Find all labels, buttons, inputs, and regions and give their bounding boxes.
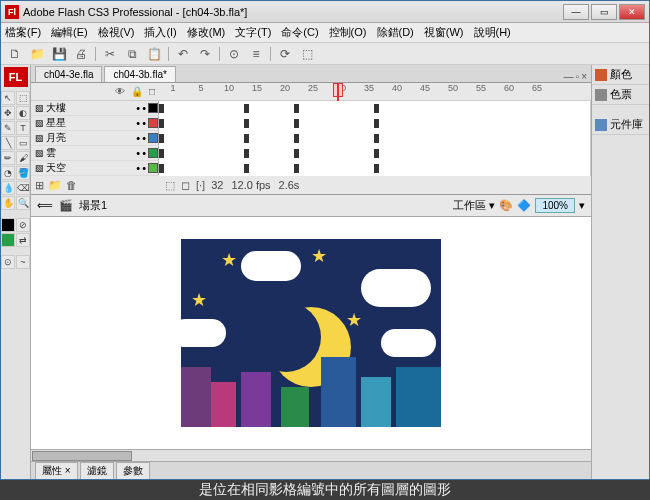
free-transform-icon[interactable]: ✥ xyxy=(1,106,15,120)
layer-visibility-dot[interactable]: • xyxy=(136,147,140,159)
visibility-header-icon[interactable]: 👁 xyxy=(115,86,125,97)
rect-tool-icon[interactable]: ▭ xyxy=(16,136,30,150)
layer-frames[interactable] xyxy=(159,131,591,146)
layer-row[interactable]: ▧大樓•• xyxy=(31,101,591,116)
rotate-icon[interactable]: ⟳ xyxy=(277,46,293,62)
zoom-tool-icon[interactable]: 🔍 xyxy=(16,196,30,210)
snap-option-icon[interactable]: ⊙ xyxy=(1,255,15,269)
brush-tool-icon[interactable]: 🖌 xyxy=(16,151,30,165)
building-shape[interactable] xyxy=(361,377,391,427)
print-icon[interactable]: 🖨 xyxy=(73,46,89,62)
eyedropper-icon[interactable]: 💧 xyxy=(1,181,15,195)
menu-commands[interactable]: 命令(C) xyxy=(281,25,318,40)
redo-icon[interactable]: ↷ xyxy=(197,46,213,62)
layer-visibility-dot[interactable]: • xyxy=(136,117,140,129)
layer-visibility-dot[interactable]: • xyxy=(136,162,140,174)
layer-row[interactable]: ▧天空•• xyxy=(31,161,591,176)
save-icon[interactable]: 💾 xyxy=(51,46,67,62)
pen-tool-icon[interactable]: ✎ xyxy=(1,121,15,135)
lasso-tool-icon[interactable]: ◐ xyxy=(16,106,30,120)
paint-bucket-icon[interactable]: 🪣 xyxy=(16,166,30,180)
stage[interactable]: ★ ★ ★ ★ ★ xyxy=(181,239,441,427)
menu-window[interactable]: 視窗(W) xyxy=(424,25,464,40)
workspace-label[interactable]: 工作區 ▾ xyxy=(453,198,495,213)
cloud-shape[interactable] xyxy=(181,319,226,347)
building-shape[interactable] xyxy=(281,387,309,427)
tab-parameters[interactable]: 參數 xyxy=(116,462,150,479)
layer-frames[interactable] xyxy=(159,161,591,176)
menu-text[interactable]: 文字(T) xyxy=(235,25,271,40)
star-shape[interactable]: ★ xyxy=(191,289,207,311)
menu-debug[interactable]: 除錯(D) xyxy=(377,25,414,40)
layer-frames[interactable] xyxy=(159,146,591,161)
star-shape[interactable]: ★ xyxy=(346,309,362,331)
layer-lock-dot[interactable]: • xyxy=(142,117,146,129)
star-shape[interactable]: ★ xyxy=(221,249,237,271)
open-icon[interactable]: 📁 xyxy=(29,46,45,62)
cloud-shape[interactable] xyxy=(381,329,436,357)
delete-layer-icon[interactable]: 🗑 xyxy=(66,179,77,192)
document-tab-active[interactable]: ch04-3b.fla* xyxy=(104,66,175,82)
copy-icon[interactable]: ⧉ xyxy=(124,46,140,62)
layer-visibility-dot[interactable]: • xyxy=(136,102,140,114)
menu-view[interactable]: 檢視(V) xyxy=(98,25,135,40)
tab-filters[interactable]: 濾鏡 xyxy=(80,462,114,479)
new-folder-icon[interactable]: 📁 xyxy=(48,179,62,192)
menu-insert[interactable]: 插入(I) xyxy=(144,25,176,40)
layer-visibility-dot[interactable]: • xyxy=(136,132,140,144)
horizontal-scrollbar[interactable] xyxy=(31,449,591,461)
swatches-panel-button[interactable]: 色票 xyxy=(592,85,649,105)
menu-edit[interactable]: 編輯(E) xyxy=(51,25,88,40)
layer-color-swatch[interactable] xyxy=(148,118,158,128)
selection-tool-icon[interactable]: ↖ xyxy=(1,91,15,105)
layer-color-swatch[interactable] xyxy=(148,148,158,158)
edit-scene-icon[interactable]: 🎨 xyxy=(499,199,513,212)
onion-skin-icon[interactable]: ⬚ xyxy=(165,179,175,192)
outline-header-icon[interactable]: □ xyxy=(149,86,155,97)
no-color-icon[interactable]: ⊘ xyxy=(16,218,30,232)
building-shape[interactable] xyxy=(396,367,441,427)
ink-bottle-icon[interactable]: ◔ xyxy=(1,166,15,180)
scale-icon[interactable]: ⬚ xyxy=(299,46,315,62)
layer-lock-dot[interactable]: • xyxy=(142,162,146,174)
layer-lock-dot[interactable]: • xyxy=(142,102,146,114)
new-layer-icon[interactable]: ⊞ xyxy=(35,179,44,192)
menu-control[interactable]: 控制(O) xyxy=(329,25,367,40)
menu-modify[interactable]: 修改(M) xyxy=(187,25,226,40)
cloud-shape[interactable] xyxy=(361,269,431,307)
zoom-dropdown[interactable]: 100% xyxy=(535,198,575,213)
lock-header-icon[interactable]: 🔒 xyxy=(131,86,143,97)
stroke-color-swatch[interactable] xyxy=(1,218,15,232)
maximize-button[interactable]: ▭ xyxy=(591,4,617,20)
snap-icon[interactable]: ⊙ xyxy=(226,46,242,62)
building-shape[interactable] xyxy=(241,372,271,427)
layer-lock-dot[interactable]: • xyxy=(142,132,146,144)
tab-properties[interactable]: 屬性 × xyxy=(35,462,78,479)
paste-icon[interactable]: 📋 xyxy=(146,46,162,62)
pencil-tool-icon[interactable]: ✏ xyxy=(1,151,15,165)
building-shape[interactable] xyxy=(321,357,356,427)
doc-minimize-icon[interactable]: — xyxy=(564,71,574,82)
hand-tool-icon[interactable]: ✋ xyxy=(1,196,15,210)
zoom-dropdown-arrow[interactable]: ▾ xyxy=(579,199,585,212)
align-icon[interactable]: ≡ xyxy=(248,46,264,62)
frame-ruler[interactable]: 1 5 10 15 20 25 30 35 40 45 50 55 60 65 xyxy=(159,83,591,101)
layer-frames[interactable] xyxy=(159,116,591,131)
layer-frames[interactable] xyxy=(159,101,591,116)
layer-row[interactable]: ▧月亮•• xyxy=(31,131,591,146)
scrollbar-thumb[interactable] xyxy=(32,451,132,461)
star-shape[interactable]: ★ xyxy=(311,245,327,267)
cut-icon[interactable]: ✂ xyxy=(102,46,118,62)
scene-name[interactable]: 場景1 xyxy=(79,198,107,213)
layer-lock-dot[interactable]: • xyxy=(142,147,146,159)
text-tool-icon[interactable]: T xyxy=(16,121,30,135)
onion-outline-icon[interactable]: ◻ xyxy=(181,179,190,192)
building-shape[interactable] xyxy=(211,382,236,427)
close-button[interactable]: ✕ xyxy=(619,4,645,20)
new-icon[interactable]: 🗋 xyxy=(7,46,23,62)
cloud-shape[interactable] xyxy=(241,251,301,281)
layer-name[interactable]: 月亮 xyxy=(46,131,134,145)
back-icon[interactable]: ⟸ xyxy=(37,199,53,212)
doc-close-icon[interactable]: × xyxy=(581,71,587,82)
layer-color-swatch[interactable] xyxy=(148,163,158,173)
